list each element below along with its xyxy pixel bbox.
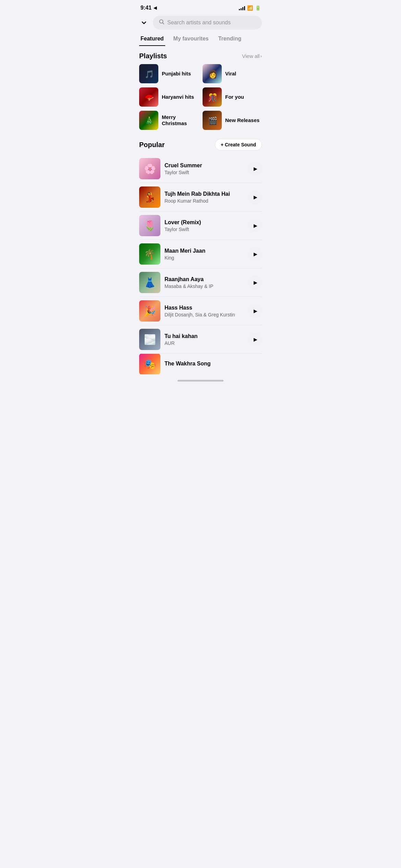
signal-bar-2: [241, 8, 242, 10]
battery-icon: 🔋: [255, 5, 260, 11]
play-button-maan-meri-jaan[interactable]: ▶: [248, 247, 262, 261]
song-item-tu-hai-kahan[interactable]: 🌫️ Tu hai kahan AUR ▶: [139, 325, 262, 353]
song-item-hass-hass[interactable]: 🎉 Hass Hass Diljit Dosanjh, Sia & Greg K…: [139, 297, 262, 325]
play-icon: ▶: [254, 223, 257, 228]
song-item-raanjhan-aaya[interactable]: 👗 Raanjhan Aaya Masaba & Akshay & IP ▶: [139, 268, 262, 297]
playlist-name-haryanvi-hits: Haryanvi hits: [162, 94, 194, 100]
playlist-thumb-merry-christmas: 🎄: [139, 111, 158, 130]
playlist-thumb-new-releases: 🎬: [203, 111, 222, 130]
playlist-name-merry-christmas: Merry Christmas: [162, 114, 198, 126]
song-info-wakhra-song: The Wakhra Song: [165, 361, 262, 368]
playlist-item-merry-christmas[interactable]: 🎄 Merry Christmas: [139, 111, 198, 130]
playlist-item-for-you[interactable]: 🎊 For you: [203, 87, 262, 107]
song-thumb-raanjhan-aaya: 👗: [139, 272, 160, 293]
play-icon: ▶: [254, 251, 257, 257]
status-bar: 9:41 ◀ 📶 🔋: [134, 0, 267, 13]
search-bar[interactable]: Search artists and sounds: [153, 16, 262, 29]
song-artist-hass-hass: Diljit Dosanjh, Sia & Greg Kurstin: [165, 312, 244, 317]
svg-text:🪭: 🪭: [145, 93, 154, 102]
playlist-name-new-releases: New Releases: [225, 117, 259, 123]
location-arrow-icon: ◀: [154, 5, 157, 10]
svg-text:👩: 👩: [208, 70, 218, 79]
play-icon: ▶: [254, 194, 257, 200]
song-thumb-wakhra-song: 🎭: [139, 354, 160, 374]
view-all-button[interactable]: View all ›: [242, 53, 262, 59]
playlist-thumb-haryanvi-hits: 🪭: [139, 87, 158, 107]
song-title-tujh-mein: Tujh Mein Rab Dikhta Hai: [165, 191, 244, 197]
song-artist-lover-remix: Taylor Swift: [165, 227, 244, 232]
song-info-raanjhan-aaya: Raanjhan Aaya Masaba & Akshay & IP: [165, 276, 244, 289]
playlist-name-for-you: For you: [225, 94, 244, 100]
popular-header: Popular + Create Sound: [139, 133, 262, 155]
song-thumb-cruel-summer: 🌸: [139, 158, 160, 179]
song-title-raanjhan-aaya: Raanjhan Aaya: [165, 276, 244, 282]
create-sound-button[interactable]: + Create Sound: [215, 139, 262, 150]
song-artist-cruel-summer: Taylor Swift: [165, 170, 244, 175]
play-icon: ▶: [254, 280, 257, 285]
svg-text:🎬: 🎬: [208, 116, 218, 125]
song-title-tu-hai-kahan: Tu hai kahan: [165, 333, 244, 339]
tab-my-favourites[interactable]: My favourites: [172, 33, 210, 46]
search-icon: [159, 19, 165, 26]
play-button-tujh-mein[interactable]: ▶: [248, 190, 262, 204]
song-thumb-lover-remix: 🌷: [139, 215, 160, 236]
playlist-name-punjabi-hits: Punjabi hits: [162, 71, 191, 77]
song-title-maan-meri-jaan: Maan Meri Jaan: [165, 248, 244, 254]
playlist-item-viral[interactable]: 👩 Viral: [203, 64, 262, 83]
playlist-grid: 🎵 Punjabi hits 👩 Viral 🪭 Haryanvi hits: [139, 64, 262, 130]
song-info-hass-hass: Hass Hass Diljit Dosanjh, Sia & Greg Kur…: [165, 305, 244, 317]
play-button-hass-hass[interactable]: ▶: [248, 304, 262, 318]
tab-bar: Featured My favourites Trending: [134, 31, 267, 46]
song-list: 🌸 Cruel Summer Taylor Swift ▶ 💃 Tujh Mei…: [139, 155, 262, 374]
play-icon: ▶: [254, 166, 257, 171]
status-icons: 📶 🔋: [239, 5, 260, 11]
song-thumb-hass-hass: 🎉: [139, 300, 160, 322]
dropdown-button[interactable]: [139, 18, 149, 27]
home-indicator: [178, 380, 223, 382]
song-item-tujh-mein[interactable]: 💃 Tujh Mein Rab Dikhta Hai Roop Kumar Ra…: [139, 183, 262, 211]
play-icon: ▶: [254, 337, 257, 342]
main-content: Playlists View all › 🎵 Punjabi hits 👩 Vi…: [134, 46, 267, 374]
play-button-tu-hai-kahan[interactable]: ▶: [248, 333, 262, 346]
playlist-item-punjabi-hits[interactable]: 🎵 Punjabi hits: [139, 64, 198, 83]
playlists-title: Playlists: [139, 52, 167, 60]
song-item-lover-remix[interactable]: 🌷 Lover (Remix) Taylor Swift ▶: [139, 212, 262, 240]
playlist-item-haryanvi-hits[interactable]: 🪭 Haryanvi hits: [139, 87, 198, 107]
search-placeholder: Search artists and sounds: [167, 20, 231, 26]
song-title-hass-hass: Hass Hass: [165, 305, 244, 311]
play-button-lover-remix[interactable]: ▶: [248, 219, 262, 232]
song-info-tu-hai-kahan: Tu hai kahan AUR: [165, 333, 244, 346]
signal-bar-3: [242, 7, 243, 10]
playlists-header: Playlists View all ›: [139, 46, 262, 64]
signal-bar-1: [239, 9, 240, 10]
song-item-wakhra-song[interactable]: 🎭 The Wakhra Song: [139, 354, 262, 374]
play-button-cruel-summer[interactable]: ▶: [248, 162, 262, 176]
tab-featured[interactable]: Featured: [139, 33, 165, 46]
play-icon: ▶: [254, 308, 257, 314]
create-sound-label: + Create Sound: [221, 142, 256, 147]
song-item-maan-meri-jaan[interactable]: 🌴 Maan Meri Jaan King ▶: [139, 240, 262, 268]
time-display: 9:41: [141, 5, 151, 11]
song-info-tujh-mein: Tujh Mein Rab Dikhta Hai Roop Kumar Rath…: [165, 191, 244, 204]
playlist-thumb-viral: 👩: [203, 64, 222, 83]
song-item-cruel-summer[interactable]: 🌸 Cruel Summer Taylor Swift ▶: [139, 155, 262, 183]
wifi-icon: 📶: [247, 5, 253, 11]
playlist-item-new-releases[interactable]: 🎬 New Releases: [203, 111, 262, 130]
song-title-cruel-summer: Cruel Summer: [165, 162, 244, 169]
song-thumb-tujh-mein: 💃: [139, 186, 160, 208]
signal-bar-4: [244, 6, 245, 10]
tab-trending[interactable]: Trending: [217, 33, 243, 46]
song-artist-tujh-mein: Roop Kumar Rathod: [165, 198, 244, 204]
song-info-maan-meri-jaan: Maan Meri Jaan King: [165, 248, 244, 261]
song-info-cruel-summer: Cruel Summer Taylor Swift: [165, 162, 244, 175]
status-time: 9:41 ◀: [141, 5, 157, 11]
song-info-lover-remix: Lover (Remix) Taylor Swift: [165, 219, 244, 232]
playlist-thumb-for-you: 🎊: [203, 87, 222, 107]
popular-title: Popular: [139, 141, 165, 149]
song-thumb-maan-meri-jaan: 🌴: [139, 243, 160, 265]
play-button-raanjhan-aaya[interactable]: ▶: [248, 276, 262, 289]
song-thumb-tu-hai-kahan: 🌫️: [139, 329, 160, 350]
view-all-chevron-icon: ›: [260, 53, 262, 59]
song-artist-raanjhan-aaya: Masaba & Akshay & IP: [165, 284, 244, 289]
svg-text:🎄: 🎄: [145, 116, 154, 125]
